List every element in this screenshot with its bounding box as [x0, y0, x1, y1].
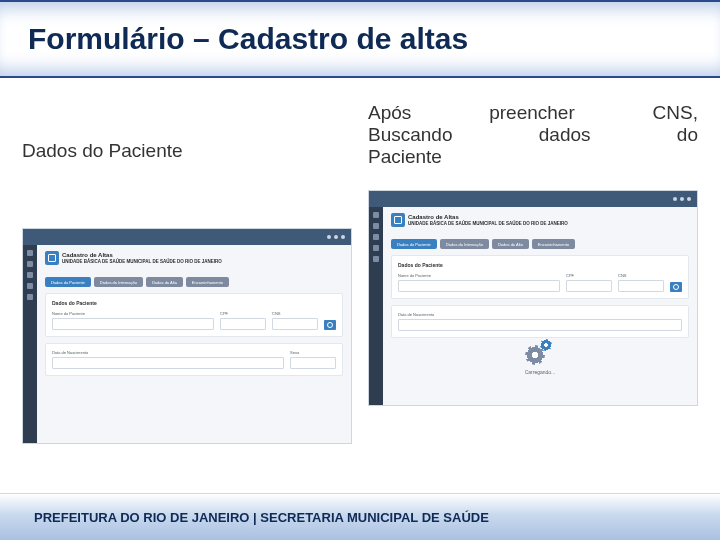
label-cns: CNS	[272, 311, 318, 316]
label-cns: CNS	[618, 273, 664, 278]
caption-text: CNS,	[653, 102, 698, 124]
column-left: Dados do Paciente	[22, 102, 352, 444]
tabs: Dados do Paciente Dados da Internação Da…	[391, 239, 689, 249]
tab-encaminhamento[interactable]: Encaminhamento	[186, 277, 229, 287]
input-nome[interactable]	[398, 280, 560, 292]
input-dn[interactable]	[398, 319, 682, 331]
left-caption-text: Dados do Paciente	[22, 140, 183, 161]
sidebar-icon[interactable]	[27, 294, 33, 300]
caption-text: dados	[539, 124, 591, 146]
caption-text: Buscando	[368, 124, 453, 146]
slide: Formulário – Cadastro de altas Dados do …	[0, 0, 720, 540]
caption-text: Após	[368, 102, 411, 124]
label-dn: Data de Nascimento	[52, 350, 284, 355]
input-dn[interactable]	[52, 357, 284, 369]
tab-dados-alta[interactable]: Dados da Alta	[492, 239, 529, 249]
sidebar-icon[interactable]	[373, 234, 379, 240]
right-caption: Após preencher CNS, Buscando dados do Pa…	[368, 102, 698, 180]
title-bar: Formulário – Cadastro de altas	[0, 0, 720, 78]
column-right: Após preencher CNS, Buscando dados do Pa…	[368, 102, 698, 444]
page-sub: UNIDADE BÁSICA DE SAÚDE MUNICIPAL DE SAÚ…	[408, 221, 568, 226]
tab-dados-paciente[interactable]: Dados do Paciente	[45, 277, 91, 287]
loading-overlay: Carregando...	[383, 339, 697, 375]
topbar-icon	[341, 235, 345, 239]
app-topbar	[369, 191, 697, 207]
tab-dados-alta[interactable]: Dados da Alta	[146, 277, 183, 287]
gear-spinner-icon	[525, 339, 553, 367]
left-caption: Dados do Paciente	[22, 102, 352, 218]
loading-text: Carregando...	[525, 369, 556, 375]
label-cpf: CPF	[566, 273, 612, 278]
label-nome: Nome do Paciente	[398, 273, 560, 278]
label-cpf: CPF	[220, 311, 266, 316]
sidebar-icon[interactable]	[373, 223, 379, 229]
app-topbar	[23, 229, 351, 245]
card-dados-paciente: Dados do Paciente Nome do Paciente CPF	[45, 293, 343, 337]
sidebar-icon[interactable]	[27, 261, 33, 267]
sidebar-icon[interactable]	[27, 250, 33, 256]
topbar-icon	[334, 235, 338, 239]
sidebar-icon[interactable]	[373, 256, 379, 262]
sidebar-icon[interactable]	[373, 245, 379, 251]
logo-icon	[45, 251, 59, 265]
tab-encaminhamento[interactable]: Encaminhamento	[532, 239, 575, 249]
topbar-icon	[687, 197, 691, 201]
sidebar-icon[interactable]	[27, 272, 33, 278]
topbar-user	[375, 196, 392, 202]
screenshot-right: Cadastro de Altas UNIDADE BÁSICA DE SAÚD…	[368, 190, 698, 406]
input-cpf[interactable]	[220, 318, 266, 330]
app-logo: Cadastro de Altas UNIDADE BÁSICA DE SAÚD…	[391, 213, 568, 227]
tab-dados-internacao[interactable]: Dados da Internação	[94, 277, 143, 287]
page-heading: Cadastro de Altas	[62, 252, 222, 258]
app-sidebar	[369, 207, 383, 405]
app-sidebar	[23, 245, 37, 443]
label-nome: Nome do Paciente	[52, 311, 214, 316]
card-secondary: Data de Nascimento	[391, 305, 689, 338]
card-secondary: Data de Nascimento Sexo	[45, 343, 343, 376]
app-body: Cadastro de Altas UNIDADE BÁSICA DE SAÚD…	[383, 207, 697, 405]
app-logo: Cadastro de Altas UNIDADE BÁSICA DE SAÚD…	[45, 251, 222, 265]
page-sub: UNIDADE BÁSICA DE SAÚDE MUNICIPAL DE SAÚ…	[62, 259, 222, 264]
caption-text: Paciente	[368, 146, 442, 167]
slide-title: Formulário – Cadastro de altas	[28, 22, 468, 56]
caption-text: do	[677, 124, 698, 146]
footer-text: PREFEITURA DO RIO DE JANEIRO | SECRETARI…	[34, 510, 489, 525]
input-cpf[interactable]	[566, 280, 612, 292]
caption-text: preencher	[489, 102, 575, 124]
tab-dados-paciente[interactable]: Dados do Paciente	[391, 239, 437, 249]
input-cns[interactable]	[618, 280, 664, 292]
input-cns[interactable]	[272, 318, 318, 330]
topbar-icon	[673, 197, 677, 201]
topbar-icon	[327, 235, 331, 239]
content-area: Dados do Paciente	[0, 78, 720, 444]
card-dados-paciente: Dados do Paciente Nome do Paciente CPF	[391, 255, 689, 299]
tabs: Dados do Paciente Dados da Internação Da…	[45, 277, 343, 287]
tab-dados-internacao[interactable]: Dados da Internação	[440, 239, 489, 249]
search-button[interactable]	[670, 282, 682, 292]
app-body: Cadastro de Altas UNIDADE BÁSICA DE SAÚD…	[37, 245, 351, 443]
sidebar-icon[interactable]	[27, 283, 33, 289]
topbar-icon	[680, 197, 684, 201]
page-heading: Cadastro de Altas	[408, 214, 568, 220]
search-button[interactable]	[324, 320, 336, 330]
footer-bar: PREFEITURA DO RIO DE JANEIRO | SECRETARI…	[0, 493, 720, 540]
card-title: Dados do Paciente	[398, 262, 682, 268]
label-sexo: Sexo	[290, 350, 336, 355]
logo-icon	[391, 213, 405, 227]
label-dn: Data de Nascimento	[398, 312, 682, 317]
input-sexo[interactable]	[290, 357, 336, 369]
screenshot-left: Cadastro de Altas UNIDADE BÁSICA DE SAÚD…	[22, 228, 352, 444]
topbar-user	[29, 234, 46, 240]
input-nome[interactable]	[52, 318, 214, 330]
sidebar-icon[interactable]	[373, 212, 379, 218]
card-title: Dados do Paciente	[52, 300, 336, 306]
